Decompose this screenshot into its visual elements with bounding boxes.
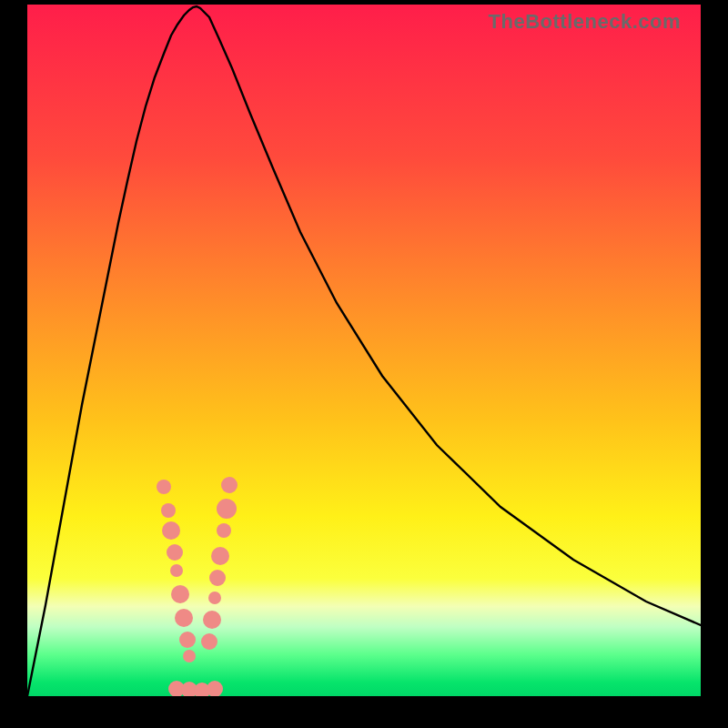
chart-frame: TheBottleneck.com <box>0 0 728 728</box>
data-marker <box>175 609 193 627</box>
bottleneck-curve <box>27 6 701 696</box>
data-marker <box>221 477 238 493</box>
data-marker <box>217 499 237 519</box>
data-marker <box>217 523 231 538</box>
data-marker <box>170 564 183 577</box>
data-marker <box>162 521 180 540</box>
data-marker <box>201 633 217 650</box>
data-marker <box>179 632 196 648</box>
data-marker <box>208 592 221 604</box>
data-marker <box>157 480 171 494</box>
data-marker <box>209 570 226 586</box>
data-marker <box>183 650 196 662</box>
chart-svg <box>27 5 701 696</box>
data-marker <box>167 544 183 561</box>
plot-area: TheBottleneck.com <box>27 5 701 696</box>
data-marker <box>203 611 221 629</box>
data-marker <box>207 681 223 696</box>
data-marker <box>161 503 176 518</box>
data-marker <box>171 585 189 603</box>
data-marker <box>211 547 229 565</box>
